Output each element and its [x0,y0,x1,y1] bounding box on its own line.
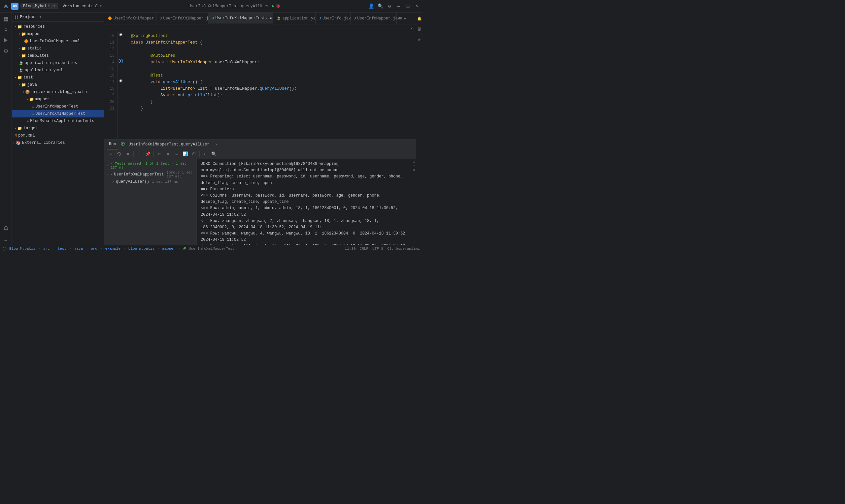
tab-userinfomapper-java[interactable]: J UserInfoMapper.java [351,13,397,24]
tree-item-external-libraries[interactable]: ▸ 📚 External Libraries [12,139,104,146]
code-editor[interactable]: 10 11 12 13 14 15 16 17 18 19 20 21 [104,31,416,139]
tree-item-mapper-test[interactable]: ▾ 📁 mapper [12,96,104,103]
folder-icon: 📁 [21,83,26,87]
status-crlf[interactable]: CRLF [360,247,368,251]
maximize-button[interactable]: □ [405,4,411,9]
tree-item-static[interactable]: ▸ 📁 static [12,45,104,52]
breadcrumb-mapper[interactable]: mapper [162,247,176,251]
tree-item-mapper-resources[interactable]: ▾ 📁 mapper [12,30,104,38]
tab-dropdown[interactable]: ⋮ [409,16,413,21]
tree-item-resources[interactable]: ▾ 📁 resources [12,23,104,30]
breadcrumb-example[interactable]: example [105,247,121,251]
folder-icon: 📁 [17,126,22,131]
sidebar-icon-debug[interactable] [1,46,11,55]
tab-userinfoxmlmapper-java[interactable]: J UserInfoXmlMapper.java [156,13,209,24]
svg-point-28 [3,247,6,250]
pin-button[interactable]: 📌 [144,150,152,158]
settings-button[interactable]: ⚙ [387,4,392,9]
tab-icon-java2: J [319,17,321,20]
tree-item-target[interactable]: ▸ 📁 target [12,125,104,132]
filter-button[interactable]: ⊘ [156,150,163,158]
scroll-icon1[interactable]: ≡ [412,164,416,167]
tab-userinfo-java[interactable]: J UserInfo.java [316,13,350,24]
run-tree-root[interactable]: ▾ ✓ UserInfoXmlMapperTest (org.e 1 sec 1… [104,171,196,178]
editor-area: 🔶 UserInfoXmlMapper.xml J UserInfoXmlMap… [104,13,416,245]
code-line-19: System.out.println(list); [131,92,412,98]
breadcrumb-org[interactable]: org [91,247,98,251]
gutter-run-17[interactable] [118,77,124,84]
profile-button[interactable]: 👤 [368,4,374,9]
debug-icon[interactable]: 🐞 [276,4,281,8]
run-icon[interactable]: ▶ [272,4,274,8]
tree-item-userinfoxmlmapper-xml[interactable]: 🔶 UserInfoXmlMapper.xml [12,38,104,45]
tab-nav-left[interactable]: ◀ [397,16,401,21]
tree-view-button[interactable]: ≡ [173,150,180,158]
run-tree-child-label: queryAllUser() [116,179,149,184]
status-encoding[interactable]: UTF-8 [372,247,383,251]
rerun-button[interactable]: ↺ [107,150,114,158]
clock-button[interactable]: ⏱ [190,150,197,158]
scroll-up-btn[interactable]: ▲ [412,160,416,164]
line-num-13: 13 [107,52,115,59]
scroll-icon2[interactable]: 🗑 [412,168,416,172]
tab-userinfoxmlmapper-xml[interactable]: 🔶 UserInfoXmlMapper.xml [104,13,156,24]
right-db-icon[interactable]: 🗄 [415,24,423,34]
tree-item-application-yaml[interactable]: 🍃 application.yaml [12,67,104,74]
stop-button[interactable]: ■ [124,150,131,158]
tree-item-templates[interactable]: ▸ 📁 templates [12,52,104,59]
tab-label-java2: UserInfo.java [322,16,353,21]
more-icon[interactable]: ⋯ [282,4,284,8]
run-tree-child-time: 1 sec 137 ms [152,180,178,184]
gutter-icons [118,31,127,139]
sidebar-icon-run[interactable] [1,36,11,45]
gutter-run-10[interactable] [118,31,124,38]
tab-userinfoxmlmappertest-java[interactable]: J UserInfoXmlMapperTest.java ✕ [209,13,273,24]
main-layout: ⋯ Project ▾ ▾ 📁 resources ▾ 📁 mapper 🔶 [0,13,423,245]
minimize-button[interactable]: — [396,4,401,9]
svg-rect-15 [15,16,16,17]
tab-nav-right[interactable]: ▶ [403,16,407,21]
rerun-failed-button[interactable] [116,150,123,158]
tree-item-userinfoxmlmappertest[interactable]: ☕ UserInfoXmlMapperTest [12,110,104,118]
tree-item-blogmybatisapptests[interactable]: ☕ BlogMybatisApplicationTests [12,118,104,125]
breadcrumb-blog_mybatis[interactable]: blog_mybatis [128,247,155,251]
sort-button[interactable]: ⇅ [164,150,172,158]
run-tab-run[interactable]: Run [107,140,118,149]
project-name-button[interactable]: Blog_Mybatis ▾ [20,3,58,9]
status-indent[interactable]: CS: bsperunlimi [387,247,420,251]
gutter-run-14[interactable] [118,58,124,64]
run-tree-queryalluser[interactable]: ✓ queryAllUser() 1 sec 137 ms [104,178,196,185]
run-toolbar: ↺ ■ ⏸ 📌 ⊘ ⇅ ≡ 📊 ⏱ ⊕ 🔍 [104,149,416,159]
breadcrumb-java[interactable]: java [74,247,83,251]
gutter-15 [118,64,124,71]
expand-all-button[interactable]: ⊕ [202,150,209,158]
sidebar-icon-more[interactable]: ⋯ [1,235,11,245]
chart-button[interactable]: 📊 [181,150,189,158]
breadcrumb-src[interactable]: src [43,247,50,251]
code-content[interactable]: @SpringBootTest class UserInfoXmlMapperT… [127,31,416,139]
tree-label-pom: pom.xml [18,133,35,138]
right-notifications-icon[interactable]: 🔔 [415,14,423,23]
right-m-icon[interactable]: m [415,35,423,44]
tree-item-java[interactable]: ▾ 📁 java [12,81,104,88]
tree-item-test[interactable]: ▾ 📁 test [12,74,104,81]
sidebar-icon-project[interactable] [1,15,11,24]
chevron-down-icon: ▾ [107,173,109,177]
tree-item-pom[interactable]: M pom.xml [12,132,104,139]
breadcrumb-blog-mybatis[interactable]: Blog_Mybatis [9,247,35,251]
close-button[interactable]: ✕ [415,4,420,9]
sidebar-icon-notifications[interactable] [1,223,11,233]
search-output-button[interactable]: 🔍 [210,150,217,158]
breadcrumb-test[interactable]: test [58,247,66,251]
run-tab-close[interactable]: ✕ [214,142,218,147]
tree-item-userinfomappertest[interactable]: ☕ UserInfoMapperTest [12,103,104,110]
sidebar-icon-commit[interactable] [1,25,11,34]
more-run-button[interactable]: ⋯ [219,150,226,158]
pause-button[interactable]: ⏸ [136,150,143,158]
tab-application-yaml[interactable]: 🍃 application.yaml [273,13,316,24]
tree-item-org-example[interactable]: ▾ 📦 org.example.blog_mybatis [12,88,104,96]
tree-item-application-properties[interactable]: 🍃 application.properties [12,59,104,67]
search-button[interactable]: 🔍 [377,4,383,9]
line-num-20: 20 [107,98,115,105]
version-control-button[interactable]: Version control ▾ [60,3,105,9]
